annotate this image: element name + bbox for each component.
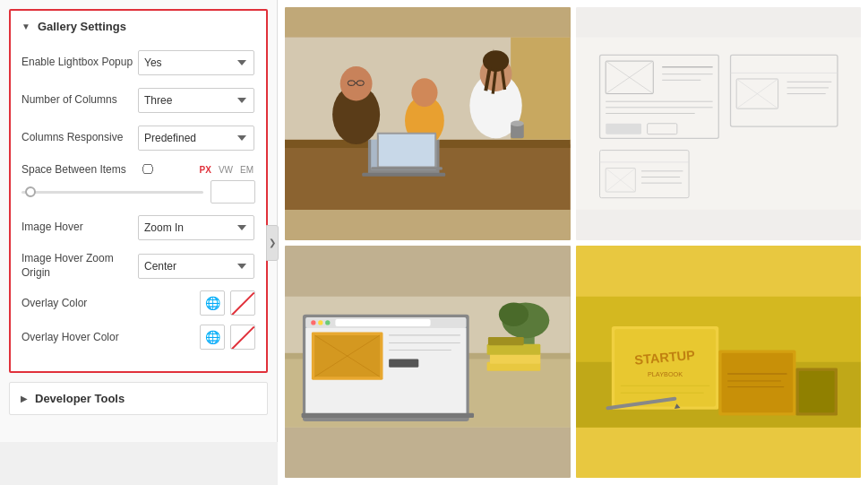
overlay-color-swatch-button[interactable] — [230, 290, 255, 316]
gallery-item-startup: STARTUP PLAYBOOK — [576, 246, 862, 479]
space-between-items-label: Space Between Items — [21, 163, 138, 176]
panel-collapse-handle[interactable]: ❯ — [266, 225, 279, 261]
monitor-icon: 🖵 — [142, 162, 154, 177]
svg-point-29 — [511, 120, 524, 126]
collapse-chevron-icon: ❯ — [269, 238, 276, 247]
unit-buttons: PX VW EM — [198, 164, 255, 176]
image-hover-zoom-origin-control: Center Top Bottom Left Right — [138, 254, 255, 279]
developer-tools-expand-icon: ▶ — [21, 394, 28, 403]
enable-lightbox-select[interactable]: Yes No — [138, 50, 254, 75]
image-hover-control: None Zoom In Zoom Out Blur Grayscale — [138, 215, 255, 240]
svg-rect-44 — [606, 124, 641, 134]
gallery-settings-collapse-icon: ▼ — [21, 22, 30, 31]
image-hover-zoom-origin-select[interactable]: Center Top Bottom Left Right — [138, 254, 254, 279]
svg-point-69 — [318, 320, 322, 325]
number-of-columns-row: Number of Columns One Two Three Four Fiv… — [21, 87, 255, 114]
space-slider-thumb[interactable] — [25, 186, 36, 197]
space-slider-container — [21, 183, 203, 201]
image-hover-select[interactable]: None Zoom In Zoom Out Blur Grayscale — [138, 215, 254, 240]
overlay-color-swatch — [231, 291, 254, 315]
unit-em-button[interactable]: EM — [238, 164, 255, 176]
developer-tools-header[interactable]: ▶ Developer Tools — [10, 383, 267, 414]
svg-point-21 — [411, 78, 437, 107]
image-hover-label: Image Hover — [21, 221, 138, 235]
svg-point-68 — [311, 320, 315, 325]
columns-responsive-row: Columns Responsive Predefined Custom — [21, 125, 255, 152]
number-of-columns-label: Number of Columns — [21, 93, 138, 108]
svg-rect-88 — [488, 336, 524, 344]
columns-responsive-select[interactable]: Predefined Custom — [138, 126, 254, 151]
developer-tools-title: Developer Tools — [35, 392, 125, 405]
svg-rect-71 — [335, 318, 430, 325]
unit-px-button[interactable]: PX — [198, 164, 213, 176]
left-panel: ▼ Gallery Settings Enable Lightbox Popup… — [0, 0, 278, 485]
columns-responsive-label: Columns Responsive — [21, 131, 138, 145]
svg-point-16 — [340, 66, 373, 100]
overlay-hover-color-row: Overlay Hover Color 🌐 — [21, 325, 255, 350]
overlay-color-row: Overlay Color 🌐 — [21, 290, 255, 316]
overlay-color-diagonal — [231, 291, 254, 315]
enable-lightbox-label: Enable Lightbox Popup — [21, 56, 138, 70]
space-slider-track — [21, 191, 203, 194]
unit-vw-button[interactable]: VW — [217, 164, 235, 176]
svg-point-84 — [499, 302, 529, 326]
startup-photo-svg: STARTUP PLAYBOOK — [576, 246, 862, 479]
overlay-hover-color-swatch — [231, 325, 254, 349]
overlay-hover-color-global-button[interactable]: 🌐 — [200, 325, 225, 350]
image-hover-zoom-origin-row: Image Hover Zoom Origin Center Top Botto… — [21, 252, 255, 280]
overlay-color-global-button[interactable]: 🌐 — [200, 290, 225, 316]
developer-tools-section: ▶ Developer Tools — [9, 382, 268, 415]
enable-lightbox-row: Enable Lightbox Popup Yes No — [21, 49, 255, 76]
overlay-color-label: Overlay Color — [21, 297, 138, 309]
svg-rect-80 — [389, 359, 418, 367]
space-between-items-row: Space Between Items 🖵 PX VW EM — [21, 162, 255, 204]
gallery-preview-panel: STARTUP PLAYBOOK — [278, 0, 868, 485]
gallery-settings-section: ▼ Gallery Settings Enable Lightbox Popup… — [9, 9, 268, 373]
gallery-settings-header[interactable]: ▼ Gallery Settings — [11, 11, 266, 42]
gallery-layout: STARTUP PLAYBOOK — [278, 0, 868, 485]
enable-lightbox-control: Yes No — [138, 50, 255, 75]
overlay-hover-color-diagonal — [231, 325, 254, 349]
space-input[interactable] — [211, 180, 255, 204]
number-of-columns-control: One Two Three Four Five — [138, 88, 255, 113]
svg-rect-32 — [371, 167, 443, 169]
overlay-hover-color-label: Overlay Hover Color — [21, 331, 138, 343]
svg-rect-31 — [379, 134, 434, 167]
overlay-color-controls: 🌐 — [200, 290, 255, 316]
svg-rect-98 — [721, 352, 793, 411]
svg-rect-81 — [302, 412, 474, 417]
overlay-hover-color-swatch-button[interactable] — [230, 325, 255, 350]
svg-rect-87 — [487, 343, 541, 354]
svg-rect-92 — [614, 329, 716, 406]
sketch-photo-svg — [576, 7, 862, 240]
gallery-item-team — [285, 7, 571, 240]
gallery-top-row — [285, 7, 861, 240]
overlay-hover-color-controls: 🌐 — [200, 325, 255, 350]
image-hover-zoom-origin-label: Image Hover Zoom Origin — [21, 252, 138, 280]
space-row-bottom — [21, 180, 255, 204]
gallery-item-sketch — [576, 7, 862, 240]
gallery-bottom-row: STARTUP PLAYBOOK — [285, 246, 861, 479]
gallery-settings-body: Enable Lightbox Popup Yes No Number of C… — [11, 42, 266, 371]
image-hover-row: Image Hover None Zoom In Zoom Out Blur G… — [21, 214, 255, 241]
number-of-columns-select[interactable]: One Two Three Four Five — [138, 88, 254, 113]
svg-rect-103 — [798, 370, 834, 411]
svg-rect-11 — [362, 173, 445, 177]
svg-point-70 — [325, 320, 330, 325]
columns-responsive-control: Predefined Custom — [138, 126, 255, 151]
laptop-photo-svg — [285, 246, 571, 479]
space-row-top: Space Between Items 🖵 PX VW EM — [21, 162, 255, 177]
svg-text:PLAYBOOK: PLAYBOOK — [647, 370, 682, 378]
gallery-settings-title: Gallery Settings — [38, 20, 126, 33]
gallery-item-laptop — [285, 246, 571, 479]
settings-panel: ▼ Gallery Settings Enable Lightbox Popup… — [0, 0, 278, 442]
team-photo-svg — [285, 7, 571, 240]
